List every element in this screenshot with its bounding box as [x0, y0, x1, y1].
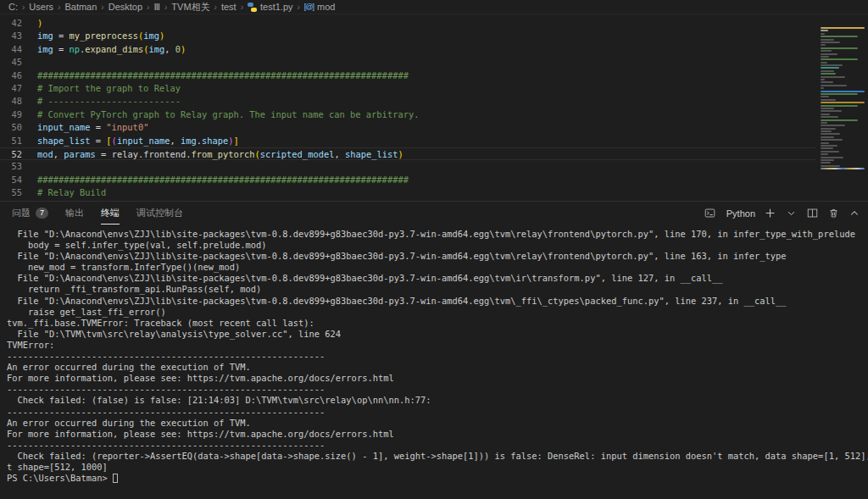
breadcrumb-symbol[interactable]: [@]mod [304, 2, 336, 12]
minimap-bar [821, 64, 843, 66]
terminal-output[interactable]: File "D:\Anacond\envs\ZJJ\lib\site-packa… [0, 225, 868, 484]
minimap-bar [821, 162, 831, 164]
panel-tab-label: 问题 [12, 207, 31, 219]
line-number[interactable]: 44 [0, 43, 22, 56]
breadcrumb-segment[interactable]: C: [8, 2, 18, 12]
minimap[interactable] [819, 27, 866, 176]
terminal-line: An error occurred during the execution o… [7, 418, 868, 429]
panel-tab-label: 调试控制台 [136, 207, 183, 219]
line-number[interactable]: 45 [0, 56, 22, 69]
code-line[interactable]: 55# Relay Build [0, 186, 815, 199]
code-line[interactable]: 42) [0, 17, 815, 30]
breadcrumb-segment[interactable]: Ⅲ [153, 2, 160, 13]
code-lines[interactable]: 42)43img = my_preprocess(img)44img = np.… [0, 14, 868, 199]
code-text: img = np.expand_dims(img, 0) [37, 43, 186, 56]
breadcrumb-segment[interactable]: Users [29, 2, 53, 12]
terminal-shell-label[interactable]: Python [726, 208, 755, 219]
terminal-line: t shape=[512, 1000] [7, 462, 868, 473]
code-line[interactable]: 44img = np.expand_dims(img, 0) [0, 43, 815, 56]
code-line[interactable]: 46######################################… [0, 69, 815, 82]
terminal-dropdown-chevron-icon[interactable] [784, 207, 798, 220]
breadcrumb-segment[interactable]: Batman [64, 2, 97, 12]
kill-terminal-trash-icon[interactable] [826, 207, 840, 220]
line-number[interactable]: 52 [0, 148, 22, 159]
minimap-bar [821, 108, 834, 109]
code-line[interactable]: 48# ------------------------- [0, 95, 815, 108]
minimap-bar [821, 53, 837, 55]
terminal-shell-icon[interactable] [704, 207, 717, 220]
minimap-bar [821, 139, 843, 141]
minimap-bar [821, 33, 825, 35]
line-number[interactable]: 50 [0, 121, 22, 134]
panel-tab-label: 输出 [65, 207, 84, 219]
panel-tab-终端[interactable]: 终端 [101, 202, 120, 225]
code-line[interactable]: 47# Import the graph to Relay [0, 82, 815, 95]
terminal-line: File "D:\Anacond\envs\ZJJ\lib\site-packa… [7, 296, 868, 307]
breadcrumb-segment[interactable]: test [221, 2, 236, 12]
code-line[interactable]: 52mod, params = relay.frontend.from_pyto… [0, 147, 815, 160]
minimap-bar [821, 96, 829, 97]
code-text: mod, params = relay.frontend.from_pytorc… [37, 148, 403, 159]
line-number[interactable]: 48 [0, 95, 22, 108]
minimap-bar [821, 85, 847, 86]
breadcrumb: C:›Users›Batman›Desktop›Ⅲ›TVM相关›test›tes… [0, 0, 868, 14]
minimap-bar [821, 119, 858, 121]
code-line[interactable]: 54######################################… [0, 174, 815, 186]
minimap-bar [821, 110, 842, 112]
maximize-panel-chevron-icon[interactable] [848, 207, 861, 220]
minimap-bar [821, 91, 865, 92]
breadcrumb-segment[interactable]: Desktop [108, 2, 142, 12]
minimap-bar [821, 102, 865, 103]
code-line[interactable]: 49# Convert PyTorch graph to Relay graph… [0, 108, 815, 121]
code-line[interactable]: 51shape_list = [(input_name, img.shape)] [0, 135, 815, 147]
minimap-bar [821, 145, 837, 147]
chevron-right-icon: › [101, 3, 103, 12]
terminal-cursor[interactable] [113, 474, 118, 483]
terminal-line: File "D:\Anacond\envs\ZJJ\lib\site-packa… [7, 229, 868, 240]
minimap-bar [821, 67, 839, 69]
minimap-bar [821, 56, 829, 58]
line-number[interactable]: 42 [0, 17, 22, 30]
code-text: img = my_preprocess(img) [37, 30, 164, 42]
panel-tab-输出[interactable]: 输出 [65, 202, 84, 225]
line-number[interactable]: 53 [0, 160, 22, 173]
line-number[interactable]: 46 [0, 69, 22, 82]
code-line[interactable]: 53 [0, 160, 815, 173]
code-editor[interactable]: 42)43img = my_preprocess(img)44img = np.… [0, 14, 868, 201]
line-number[interactable]: 54 [0, 174, 22, 186]
minimap-bar [821, 125, 845, 126]
minimap-bar [821, 157, 843, 158]
breadcrumb-file[interactable]: test1.py [248, 2, 293, 12]
line-number[interactable]: 55 [0, 186, 22, 199]
code-line[interactable]: 45 [0, 56, 815, 69]
terminal-line: Check failed: (false) is false: [21:14:0… [7, 395, 868, 406]
chevron-right-icon: › [241, 3, 243, 12]
terminal-line: ----------------------------------------… [7, 440, 868, 451]
code-line[interactable]: 50input_name = "input0" [0, 121, 815, 134]
panel-tab-调试控制台[interactable]: 调试控制台 [136, 202, 183, 225]
terminal-prompt-row[interactable]: PS C:\Users\Batman> [7, 473, 868, 484]
minimap-bar [821, 130, 832, 132]
minimap-bar [821, 142, 829, 144]
minimap-bar [821, 73, 836, 75]
terminal-line: body = self.infer_type(val, self.prelude… [7, 240, 868, 251]
line-number[interactable]: 47 [0, 82, 22, 95]
panel-tab-问题[interactable]: 问题7 [12, 202, 48, 225]
split-terminal-icon[interactable] [805, 207, 819, 220]
terminal-line: ----------------------------------------… [7, 384, 868, 395]
minimap-bar [821, 122, 827, 124]
chevron-right-icon: › [58, 3, 60, 12]
line-number[interactable]: 51 [0, 135, 22, 147]
terminal-line: File "D:\Anacond\envs\ZJJ\lib\site-packa… [7, 251, 868, 262]
breadcrumb-segment[interactable]: TVM相关 [171, 1, 209, 14]
minimap-bar [821, 39, 834, 41]
code-text: input_name = "input0" [37, 121, 148, 134]
symbol-variable-icon: [@] [304, 3, 314, 11]
minimap-bar [821, 81, 833, 83]
new-terminal-icon[interactable] [763, 207, 776, 220]
line-number[interactable]: 43 [0, 30, 22, 42]
line-number[interactable]: 49 [0, 108, 22, 121]
minimap-bar [821, 76, 845, 78]
code-line[interactable]: 43img = my_preprocess(img) [0, 30, 815, 42]
terminal-line: An error occurred during the execution o… [7, 362, 868, 373]
